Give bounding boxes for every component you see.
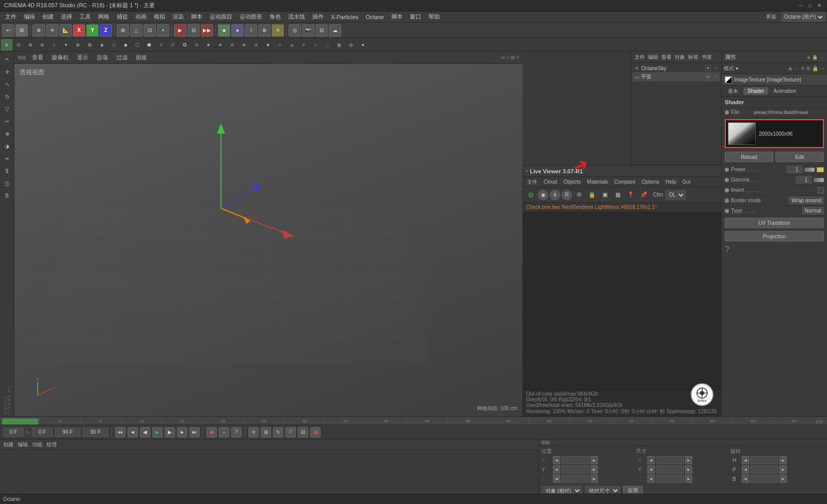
power-value[interactable]: 1. (787, 166, 802, 173)
power-slider[interactable] (804, 168, 815, 172)
y-pos-inc[interactable]: ► (591, 465, 598, 474)
tool2-1[interactable]: ⊕ (1, 39, 12, 51)
lv-pin2-btn[interactable]: 📌 (638, 189, 649, 201)
edit-button[interactable]: Edit (775, 152, 824, 162)
tab-basic[interactable]: 基本 (724, 87, 742, 96)
floor-button[interactable]: ⊟ (315, 24, 328, 37)
vp-menu-view[interactable]: 查看 (30, 54, 45, 61)
menu-edit[interactable]: 编辑 (21, 12, 38, 22)
type-value[interactable]: Normal (802, 207, 824, 215)
file-value[interactable]: preset://Prime.lib4d/Preset (754, 110, 824, 115)
menu-create[interactable]: 创建 (39, 12, 57, 22)
nurbs-button[interactable]: ⊗ (258, 24, 271, 37)
tool2-8[interactable]: ⊞ (84, 39, 96, 51)
p-dec[interactable]: ◄ (742, 465, 749, 474)
ls-scale[interactable]: ⤡ (2, 78, 13, 90)
ls-select[interactable]: ↖ (2, 54, 13, 65)
scene-menu-objects[interactable]: 对象 (675, 54, 685, 61)
lv-menu-gui[interactable]: Gui (680, 179, 693, 185)
lv-pin1-btn[interactable]: 📍 (625, 189, 637, 201)
z-size-inc[interactable]: ► (685, 475, 692, 483)
scene-menu-bookmarks[interactable]: 书签 (702, 54, 712, 61)
render-region-button[interactable]: ⊟ (187, 24, 200, 37)
help-btn[interactable]: ? (231, 427, 242, 437)
tool2-14[interactable]: ✧ (155, 39, 167, 51)
redo-button[interactable]: ⊞ (15, 24, 28, 37)
menu-script[interactable]: 脚本 (188, 12, 205, 22)
lv-pause-btn[interactable]: ⏸ (550, 190, 560, 200)
object-mode-button[interactable]: ⊞ (117, 24, 129, 37)
y-size-input[interactable]: 0 cm (656, 465, 684, 474)
total-frame-input[interactable] (83, 428, 108, 437)
step-back-btn[interactable]: ◄ (128, 427, 138, 437)
autokey-btn[interactable]: ● (219, 427, 229, 437)
camera-button[interactable]: 📷 (302, 24, 314, 37)
y-size-inc[interactable]: ► (685, 465, 692, 474)
menu-select[interactable]: 选择 (58, 12, 75, 22)
scene-object-plane[interactable]: ▭ 平面 ● ✓ (632, 72, 720, 82)
lv-menu-options[interactable]: Options (640, 179, 661, 185)
lv-settings-icon[interactable]: ⚙ (525, 189, 536, 201)
tool2-25[interactable]: ⊿ (286, 39, 297, 51)
vp-menu-options[interactable]: 选项 (94, 54, 110, 61)
lv-menu-objects[interactable]: Objects (561, 179, 583, 185)
axis-y-button[interactable]: Y (86, 24, 99, 37)
menu-tools[interactable]: 工具 (76, 12, 94, 22)
play-btn[interactable]: ▶ (152, 427, 163, 437)
prev-frame-btn[interactable]: ◀ (140, 427, 150, 437)
menu-character[interactable]: 角色 (266, 12, 284, 22)
ls-rotate[interactable]: ↻ (2, 91, 13, 102)
x-size-inc[interactable]: ► (685, 456, 692, 464)
ta-menu-texture[interactable]: 纹理 (46, 441, 57, 448)
invert-checkbox[interactable] (818, 187, 824, 193)
window-controls[interactable]: ─ □ ✕ (797, 2, 823, 9)
x-pos-input[interactable]: 0 cm (561, 456, 590, 464)
tab-animation[interactable]: Animation (769, 87, 800, 95)
lv-lock-btn[interactable]: 🔒 (586, 189, 598, 201)
ls-knife[interactable]: ✂ (2, 116, 13, 127)
menu-mograph[interactable]: 运动图形 (236, 12, 265, 22)
light-button[interactable]: ☀ (272, 24, 284, 37)
undo-button[interactable]: ↩ (2, 24, 14, 37)
tool2-30[interactable]: ◎ (345, 39, 357, 51)
gamma-slider[interactable] (814, 178, 824, 182)
null-button[interactable]: ◎ (289, 24, 301, 37)
menu-pipeline[interactable]: 流水线 (285, 12, 308, 22)
h-dec[interactable]: ◄ (742, 456, 749, 464)
uv-transform-button[interactable]: UV Transform (725, 218, 824, 228)
z-pos-input[interactable]: 0 cm (561, 475, 590, 483)
menu-script2[interactable]: 脚本 (388, 12, 406, 22)
menu-file[interactable]: 文件 (2, 12, 20, 22)
x-size-input[interactable]: 0 cm (656, 456, 684, 464)
axis-x-button[interactable]: X (73, 24, 85, 37)
lv-render-area[interactable] (523, 212, 721, 389)
lv-menu-compare[interactable]: Compare (612, 179, 638, 185)
ls-uv[interactable]: ◫ (2, 177, 13, 189)
sky-button[interactable]: ☁ (329, 24, 341, 37)
axis-z-button[interactable]: Z (100, 24, 112, 37)
ta-menu-edit[interactable]: 编辑 (18, 441, 28, 448)
lv-menu-materials[interactable]: Materials (585, 179, 610, 185)
lv-menu-help[interactable]: Help (663, 179, 678, 185)
tool2-24[interactable]: ☆ (274, 39, 285, 51)
maximize-button[interactable]: □ (806, 2, 814, 9)
prop-mode-label[interactable]: 模式 ▾ (724, 65, 738, 72)
lv-channel-select[interactable]: DL (665, 190, 686, 200)
lv-stop-btn[interactable]: ◉ (538, 190, 548, 200)
spline-button[interactable]: ⌇ (245, 24, 257, 37)
point-mode-button[interactable]: • (157, 24, 169, 37)
tool2-23[interactable]: ★ (262, 39, 274, 51)
viewport-canvas[interactable]: 透视视图 (14, 64, 522, 416)
render-active-button[interactable]: ▶ (174, 24, 186, 37)
tool2-18[interactable]: ✬ (203, 39, 214, 51)
coord-mode-select[interactable]: 对象 (相对) (542, 486, 582, 494)
current-frame-input[interactable] (3, 428, 24, 437)
render-queue-button[interactable]: ▶▶ (201, 24, 213, 37)
vp-menu-camera[interactable]: 摄像机 (50, 54, 71, 61)
tool2-21[interactable]: ✯ (238, 39, 250, 51)
b-inc[interactable]: ► (780, 475, 787, 483)
lv-menu-cloud[interactable]: Cloud (542, 179, 559, 185)
tool2-11[interactable]: ◆ (120, 39, 131, 51)
interface-preset[interactable]: Octane (用户) (782, 12, 825, 22)
size-mode-select[interactable]: 绝对尺寸 (585, 486, 620, 494)
